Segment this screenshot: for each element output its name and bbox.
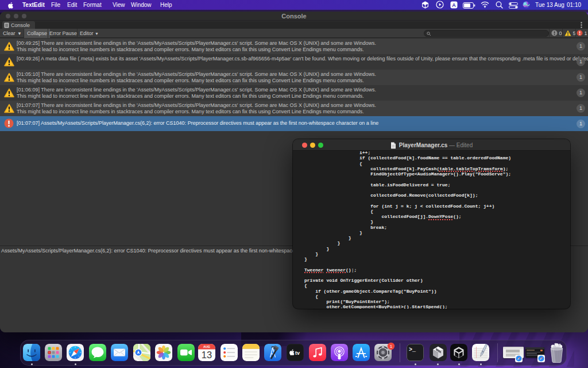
- svg-text:A: A: [452, 2, 456, 8]
- svg-text:tv: tv: [295, 350, 300, 356]
- svg-text:13: 13: [202, 350, 212, 360]
- svg-text:AUG: AUG: [203, 345, 210, 348]
- svg-text:1: 1: [390, 344, 393, 349]
- svg-text:>_: >_: [409, 347, 416, 353]
